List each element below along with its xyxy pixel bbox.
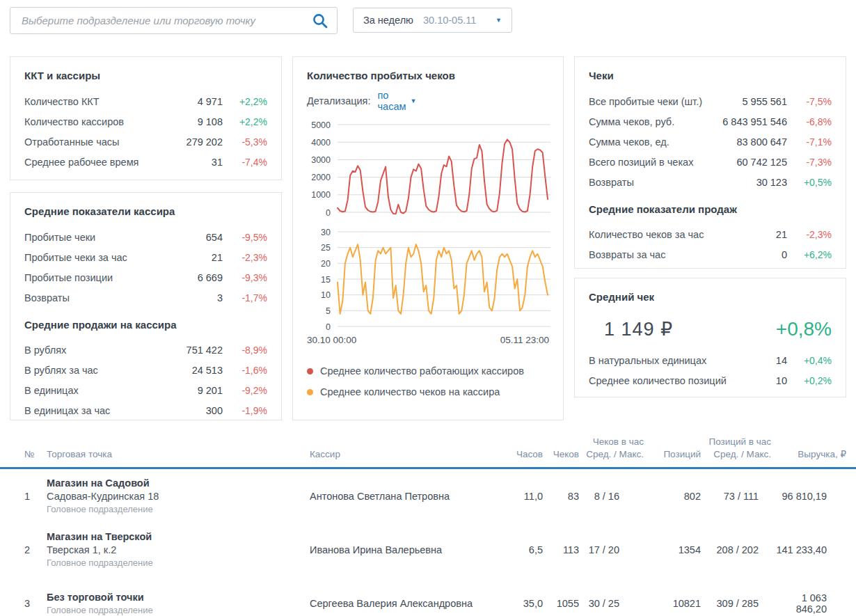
table-row: 2Магазин на ТверскойТверская 1, к.2Голов… — [0, 523, 856, 576]
checks-per-hour-cell: 17 / 20 — [579, 544, 644, 555]
card-title: ККТ и кассиры — [24, 70, 267, 81]
metric-value: 6 843 951 546 — [722, 116, 787, 127]
metric-label: Сумма чеков, ед. — [589, 136, 736, 148]
positions-cell: 10821 — [644, 598, 701, 609]
metric-row: Возвраты30 123+0,5% — [589, 172, 832, 192]
card-subtitle: Средние показатели продаж — [589, 203, 832, 215]
metric-label: Количество чеков за час — [589, 229, 776, 240]
metric-value: 4 971 — [198, 96, 223, 107]
metric-value: 9 108 — [198, 116, 223, 127]
metric-delta: -1,7% — [223, 292, 267, 303]
card-title: Чеки — [589, 70, 832, 81]
cashiers-line-chart: 010002000300040005000 — [307, 120, 550, 218]
metric-row: Среднее рабочее время31-7,4% — [24, 152, 267, 172]
row-number: 1 — [0, 491, 47, 502]
table-body: 1Магазин на СадовойСадовая-Кудринская 18… — [0, 469, 856, 616]
positions-per-hour-cell: 309 / 285 — [701, 598, 771, 609]
metric-label: В единицах — [24, 385, 198, 396]
metric-value: 14 — [776, 355, 787, 366]
metric-value: 31 — [212, 157, 223, 168]
metric-label: Пробитые чеки за час — [24, 252, 212, 263]
detail-value[interactable]: по часам — [378, 90, 406, 112]
chart-title: Количество пробитых чеков — [307, 70, 549, 81]
metric-delta: -9,3% — [223, 272, 267, 283]
checks-per-hour-cell: 8 / 16 — [579, 491, 644, 502]
hours-cell: 6,5 — [491, 544, 543, 555]
cashier-name: Иванова Ирина Валерьевна — [310, 544, 491, 555]
legend-label: Среднее количество работающих кассиров — [320, 365, 524, 377]
svg-text:3000: 3000 — [311, 155, 331, 165]
column-header: Позиций в часСред. / Макс. — [701, 436, 771, 467]
hours-cell: 35,0 — [491, 598, 543, 609]
metric-value: 6 669 — [198, 272, 223, 283]
metric-label: Пробитые чеки — [24, 232, 206, 243]
svg-text:1000: 1000 — [311, 190, 331, 200]
outlet-cell: Магазин на СадовойСадовая-Кудринская 18Г… — [47, 477, 310, 514]
metric-delta: +6,2% — [787, 249, 832, 260]
metric-row: Пробитые чеки654-9,5% — [24, 227, 267, 247]
metric-row: В единицах9 201-9,2% — [24, 380, 267, 400]
metric-label: Среднее количество позиций — [589, 375, 776, 386]
metric-row: Количество чеков за час21-2,3% — [589, 224, 832, 244]
svg-text:30: 30 — [321, 228, 331, 237]
table-row: 3Без торговой точкиГоловное подразделени… — [0, 576, 856, 616]
legend-label: Среднее количество чеков на кассира — [320, 386, 500, 397]
column-header: Кассир — [310, 448, 491, 467]
metric-label: Количество ККТ — [24, 96, 198, 107]
period-label: За неделю — [363, 15, 413, 26]
outlet-name: Магазин на Садовой — [47, 477, 310, 489]
positions-cell: 1354 — [644, 544, 701, 555]
outlets-table: №Торговая точкаКассирЧасовЧековЧеков в ч… — [0, 436, 856, 616]
outlet-name: Без торговой точки — [47, 592, 310, 603]
metric-delta: -7,5% — [787, 96, 832, 107]
metric-delta: -5,3% — [223, 136, 267, 148]
metric-row: Возвраты за час0+6,2% — [589, 244, 832, 264]
search-icon[interactable] — [312, 13, 328, 29]
column-header: Часов — [491, 448, 543, 467]
metric-value: 751 422 — [187, 345, 223, 356]
card-average-check: Средний чек 1 149 ₽ +0,8% В натуральных … — [574, 278, 846, 397]
svg-text:0: 0 — [326, 322, 331, 332]
column-header: Позиций — [644, 448, 701, 467]
metric-value: 5 955 561 — [742, 96, 787, 107]
table-header: №Торговая точкаКассирЧасовЧековЧеков в ч… — [0, 436, 856, 469]
metric-row: В рублях751 422-8,9% — [24, 340, 267, 360]
detail-dropdown[interactable]: Детализация: по часам ▼ — [307, 90, 411, 112]
column-header: Торговая точка — [47, 448, 310, 467]
row-number: 2 — [0, 544, 47, 555]
metric-delta: -9,5% — [223, 232, 267, 243]
search-input[interactable] — [20, 14, 306, 27]
metric-label: Количество кассиров — [24, 116, 198, 127]
metric-delta: -1,6% — [223, 365, 267, 376]
metric-label: Пробитые позиции — [24, 272, 198, 283]
card-receipts-chart: Количество пробитых чеков Детализация: п… — [292, 56, 564, 420]
metric-value: 21 — [776, 229, 787, 240]
outlet-address: Садовая-Кудринская 18 — [47, 491, 310, 502]
legend-item: Среднее количество чеков на кассира — [307, 381, 549, 402]
search-box[interactable] — [10, 7, 338, 34]
metric-label: Отработанные часы — [24, 136, 187, 148]
x-axis-end: 05.11 23:00 — [500, 335, 549, 345]
metric-delta: +0,4% — [787, 355, 832, 366]
metric-delta: -7,1% — [787, 136, 832, 148]
metric-value: 24 513 — [192, 365, 223, 376]
svg-text:15: 15 — [321, 275, 331, 285]
metric-delta: -7,3% — [787, 157, 832, 168]
period-dropdown[interactable]: За неделю 30.10-05.11 ▼ — [353, 8, 512, 33]
positions-per-hour-cell: 208 / 202 — [701, 544, 771, 555]
cashier-name: Антонова Светлана Петровна — [310, 491, 491, 502]
metric-row: Отработанные часы279 202-5,3% — [24, 132, 267, 152]
outlet-address: Тверская 1, к.2 — [47, 544, 310, 555]
metric-label: Среднее рабочее время — [24, 157, 212, 168]
chart-legend: Среднее количество работающих кассировСр… — [307, 361, 549, 402]
svg-text:25: 25 — [321, 243, 331, 253]
left-column: ККТ и кассиры Количество ККТ4 971+2,2%Ко… — [10, 56, 282, 420]
column-header: Чеков в часСред. / Макс. — [579, 436, 644, 467]
hours-cell: 11,0 — [491, 491, 543, 502]
card-cashier-averages: Средние показатели кассира Пробитые чеки… — [10, 192, 282, 420]
revenue-cell: 1 063 846,20 — [771, 592, 846, 615]
right-column: Чеки Все пробитые чеки (шт.)5 955 561-7,… — [574, 56, 846, 397]
metric-value: 60 742 125 — [736, 157, 787, 168]
positions-cell: 802 — [644, 491, 701, 502]
period-range: 30.10-05.11 — [423, 15, 476, 26]
